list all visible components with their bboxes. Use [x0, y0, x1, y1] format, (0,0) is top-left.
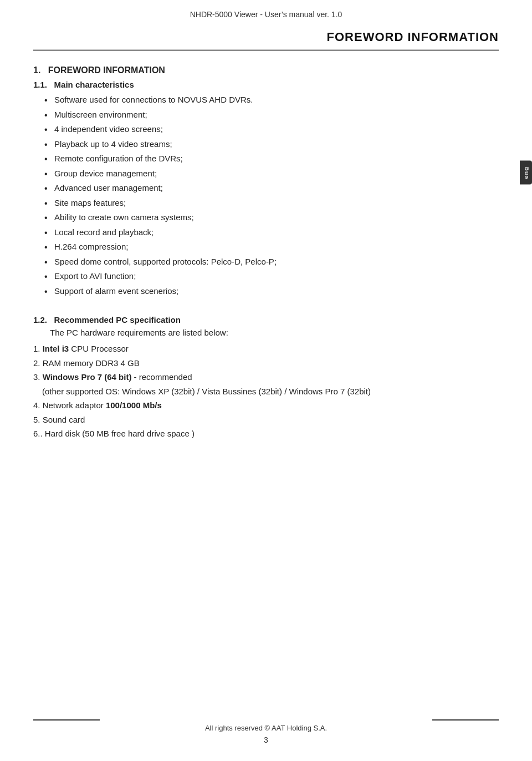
first-bullet-list: Software used for connections to NOVUS A… [44, 94, 499, 106]
item-continued: (other supported OS: Windows XP (32bit) … [33, 387, 371, 396]
bullet-text: Local record and playback; [54, 227, 154, 237]
bullet-item: Site maps features; [44, 197, 499, 210]
pc-spec-list: 1. Intel i3 CPU Processor2. RAM memory D… [33, 342, 499, 441]
page-footer: All rights reserved © AAT Holding S.A. 3 [0, 719, 532, 744]
main-bullet-list: Multiscreen environment;4 independent vi… [44, 109, 499, 298]
bullet-item: Support of alarm event scenerios; [44, 285, 499, 298]
pc-spec-item: 2. RAM memory DDR3 4 GB [33, 356, 499, 371]
footer-line-right [432, 719, 499, 721]
bullet-item: Remote configuration of the DVRs; [44, 153, 499, 165]
section-2-title: 1.2. Recommended PC specification [33, 315, 499, 324]
item-normal: Network adaptor [43, 400, 106, 410]
item-normal: RAM memory DDR3 4 GB [43, 358, 140, 368]
item-number: 5. [33, 415, 43, 424]
section-2-label: Recommended PC specification [54, 315, 181, 324]
bullet-item: Playback up to 4 video streams; [44, 138, 499, 151]
bullet-text: Speed dome control, supported protocols:… [54, 257, 277, 266]
page-container: NHDR-5000 Viewer - User’s manual ver. 1.… [0, 0, 532, 761]
bullet-item: Multiscreen environment; [44, 109, 499, 121]
bullet-text: 4 independent video screens; [54, 124, 163, 134]
bullet-item: Advanced user management; [44, 182, 499, 195]
item-number: 2. [33, 358, 43, 368]
bullet-item: 4 independent video screens; [44, 123, 499, 136]
top-right-heading: FOREWORD INFORMATION [327, 30, 499, 44]
footer-copyright: All rights reserved © AAT Holding S.A. [205, 724, 327, 732]
bullet-item: Ability to create own camera systems; [44, 211, 499, 224]
item-normal: - recommended [131, 372, 192, 382]
bullet-item: Export to AVI function; [44, 270, 499, 283]
footer-lines [0, 719, 532, 721]
bullet-text: Group device management; [54, 169, 157, 178]
item-number: 3. [33, 372, 43, 382]
item-bold: Windows Pro 7 (64 bit) [43, 372, 132, 382]
main-content: 1. FOREWORD INFORMATION 1.1. Main charac… [0, 52, 532, 441]
bullet-item: Local record and playback; [44, 226, 499, 239]
page-header: NHDR-5000 Viewer - User’s manual ver. 1.… [0, 0, 532, 24]
section-2-intro: The PC hardware requirements are listed … [50, 328, 499, 337]
bullet-text: Multiscreen environment; [54, 110, 147, 119]
item-number: 4. [33, 400, 43, 410]
header-title: NHDR-5000 Viewer - User’s manual ver. 1.… [190, 10, 342, 19]
subsection-1-1-number: 1.1. [33, 80, 47, 89]
subsection-1-1-label: Main characteristics [54, 80, 134, 89]
side-tab: eng [520, 161, 532, 185]
bullet-item: H.264 compression; [44, 241, 499, 253]
item-bold: 100/1000 Mb/s [106, 400, 162, 410]
section-1-number: 1. [33, 65, 40, 75]
bullet-item: Speed dome control, supported protocols:… [44, 256, 499, 268]
section-2: 1.2. Recommended PC specification The PC… [33, 315, 499, 441]
item-number: 1. [33, 344, 43, 353]
item-number: 6. [33, 429, 40, 438]
item-normal: Sound card [43, 415, 85, 424]
section-2-number: 1.2. [33, 315, 47, 324]
bullet-text: Advanced user management; [54, 183, 163, 192]
item-normal: . Hard disk (50 MB free hard drive space… [40, 429, 195, 438]
bullet-item: Group device management; [44, 168, 499, 180]
pc-spec-item: 1. Intel i3 CPU Processor [33, 342, 499, 356]
item-bold: Intel i3 [43, 344, 69, 353]
bullet-text: H.264 compression; [54, 242, 128, 251]
bullet-text: Remote configuration of the DVRs; [54, 154, 183, 163]
subsection-1-1-title: 1.1. Main characteristics [33, 80, 499, 89]
section-1-label: FOREWORD INFORMATION [48, 65, 165, 75]
bullet-text: Support of alarm event scenerios; [54, 286, 178, 296]
item-normal: CPU Processor [69, 344, 129, 353]
pc-spec-item: 3. Windows Pro 7 (64 bit) - recommended(… [33, 370, 499, 398]
pc-spec-item: 5. Sound card [33, 413, 499, 427]
footer-line-left [33, 719, 100, 721]
first-bullet-text: Software used for connections to NOVUS A… [54, 95, 253, 104]
top-right-heading-wrapper: FOREWORD INFORMATION [0, 24, 532, 44]
pc-spec-item: 6.. Hard disk (50 MB free hard drive spa… [33, 427, 499, 441]
section-1-title: 1. FOREWORD INFORMATION [33, 65, 499, 75]
first-bullet-item: Software used for connections to NOVUS A… [44, 94, 499, 106]
footer-page-number: 3 [264, 735, 268, 744]
bullet-text: Site maps features; [54, 198, 126, 207]
bullet-text: Playback up to 4 video streams; [54, 139, 172, 149]
bullet-text: Export to AVI function; [54, 271, 136, 281]
bullet-text: Ability to create own camera systems; [54, 212, 194, 222]
pc-spec-item: 4. Network adaptor 100/1000 Mb/s [33, 398, 499, 413]
